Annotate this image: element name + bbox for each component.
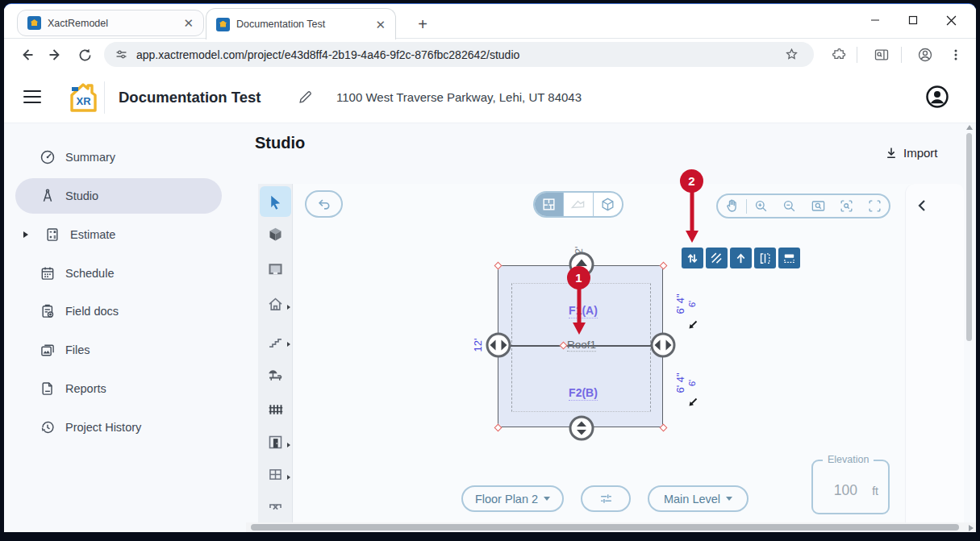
sidebar-label: Studio [65, 189, 98, 202]
tab-title: XactRemodel [48, 18, 175, 29]
slope-label-lower: 6' 4" 6' [675, 372, 698, 393]
site-info-icon[interactable] [115, 48, 128, 61]
tab-documentation-test[interactable]: Documentation Test ✕ [206, 8, 396, 40]
roof-view-button[interactable] [564, 193, 593, 216]
zoom-in-button[interactable] [747, 198, 775, 214]
floor-plan-selector-label: Floor Plan 2 [475, 493, 538, 506]
sidebar-item-project-history[interactable]: Project History [15, 410, 222, 445]
scrollbar-up-arrow[interactable] [966, 125, 973, 130]
house-tool[interactable] [260, 289, 291, 319]
tab-title: Documentation Test [236, 19, 367, 30]
sidebar-item-summary[interactable]: Summary [15, 139, 222, 175]
account-avatar-icon[interactable] [925, 85, 949, 109]
deck-tool[interactable] [260, 360, 291, 390]
xr-favicon [27, 16, 41, 30]
zoom-in-icon [753, 198, 769, 214]
elevation-value[interactable]: 100 [834, 482, 857, 499]
view-mode-toggle [533, 191, 623, 218]
studio-canvas[interactable]: 12' F1(A) F2(B) Roof1 [294, 184, 964, 522]
elevation-field[interactable]: Elevation 100 ft [811, 460, 890, 514]
panel-collapse-chevron-icon[interactable] [916, 199, 929, 212]
url-bar[interactable]: app.xactremodel.com/project/e43d8ff4-2b1… [104, 42, 814, 67]
url-text[interactable]: app.xactremodel.com/project/e43d8ff4-2b1… [136, 48, 519, 61]
sidebar-item-studio[interactable]: Studio [15, 178, 222, 214]
room-tool[interactable] [260, 253, 291, 284]
extensions-icon[interactable] [826, 42, 852, 68]
drafting-compass-icon [40, 188, 56, 204]
back-icon[interactable] [14, 42, 40, 68]
sidebar-item-files[interactable]: Files [15, 332, 222, 368]
bookmark-star-icon[interactable] [784, 47, 799, 62]
door-icon [267, 434, 284, 451]
profile-avatar-icon[interactable] [912, 42, 938, 68]
app-body: Summary Studio Estimate Schedule [4, 123, 976, 532]
level-selector[interactable]: Main Level [648, 485, 749, 512]
new-tab-button[interactable]: + [411, 13, 434, 35]
edit-title-pencil-icon[interactable] [298, 89, 313, 105]
drag-handle-right[interactable] [649, 331, 677, 359]
fit-screen-icon [867, 198, 882, 214]
arrow-up-icon [734, 252, 748, 265]
sidebar-item-estimate[interactable]: Estimate [15, 217, 222, 252]
tab-xactremodel[interactable]: XactRemodel ✕ [17, 10, 204, 36]
raise-roof-button[interactable] [730, 248, 752, 268]
drag-handle-bottom[interactable] [568, 414, 595, 442]
zoom-window-icon [811, 198, 826, 214]
page-title: Studio [255, 134, 305, 152]
missing-wall-tool[interactable] [260, 494, 291, 522]
horizontal-scrollbar-track[interactable] [246, 522, 976, 532]
floor-plan-view-button[interactable] [535, 193, 564, 216]
vertical-scrollbar[interactable] [966, 133, 972, 341]
floor-plan-selector[interactable]: Floor Plan 2 [461, 485, 564, 512]
plan-settings-button[interactable] [581, 485, 631, 512]
import-button[interactable]: Import [885, 146, 938, 160]
mirror-roof-button[interactable] [754, 248, 776, 268]
flyout-caret-icon [287, 475, 290, 480]
sidebar-label: Field docs [65, 305, 119, 318]
three-d-view-button[interactable] [594, 193, 622, 216]
side-panel-search-icon[interactable] [869, 42, 895, 68]
sidebar-label: Project History [65, 421, 141, 434]
drag-handle-left[interactable] [485, 331, 512, 359]
zoom-out-button[interactable] [775, 198, 803, 214]
files-image-icon [40, 342, 56, 358]
undo-button[interactable] [305, 190, 343, 218]
fence-tool[interactable] [260, 393, 291, 424]
swap-direction-button[interactable] [682, 248, 703, 268]
ridge-label[interactable]: Roof1 [567, 339, 596, 352]
window-close-button[interactable] [933, 6, 969, 35]
sidebar-item-reports[interactable]: Reports [15, 371, 222, 406]
slope-label-upper: 6' 4" 6' [675, 293, 698, 314]
corner-handle[interactable] [660, 424, 668, 432]
expand-arrow-icon[interactable] [23, 231, 28, 238]
zoom-window-button[interactable] [804, 198, 832, 214]
window-tool[interactable] [260, 459, 291, 489]
hamburger-menu-icon[interactable] [23, 89, 41, 105]
massing-block-tool[interactable] [260, 218, 291, 249]
scrollbar-right-arrow[interactable] [969, 525, 974, 531]
horizontal-scrollbar[interactable] [251, 524, 959, 531]
zoom-selection-button[interactable] [832, 198, 861, 214]
select-tool[interactable] [260, 186, 291, 217]
stairs-tool[interactable] [260, 326, 291, 356]
slope-run: 6' [687, 301, 698, 307]
sidebar-item-schedule[interactable]: Schedule [15, 256, 222, 291]
door-tool[interactable] [260, 427, 291, 457]
room-label-f2[interactable]: F2(B) [569, 386, 598, 401]
toolbar-separator [857, 47, 857, 63]
reload-icon[interactable] [72, 42, 98, 68]
hatch-fill-button[interactable] [706, 248, 728, 268]
window-maximize-button[interactable] [895, 6, 931, 35]
tab-close-icon[interactable]: ✕ [373, 17, 387, 32]
missing-wall-icon [267, 501, 284, 518]
annotation-arrow-1 [570, 288, 588, 336]
room-icon [267, 260, 284, 277]
fit-to-screen-button[interactable] [861, 198, 889, 214]
browser-menu-kebab-icon[interactable] [943, 42, 969, 68]
window-minimize-button[interactable] [857, 6, 893, 35]
roof-panel-button[interactable] [778, 248, 800, 268]
sidebar-item-field-docs[interactable]: Field docs [15, 293, 222, 329]
forward-icon[interactable] [43, 42, 69, 68]
pan-hand-button[interactable] [718, 198, 746, 214]
tab-close-icon[interactable]: ✕ [181, 15, 195, 31]
